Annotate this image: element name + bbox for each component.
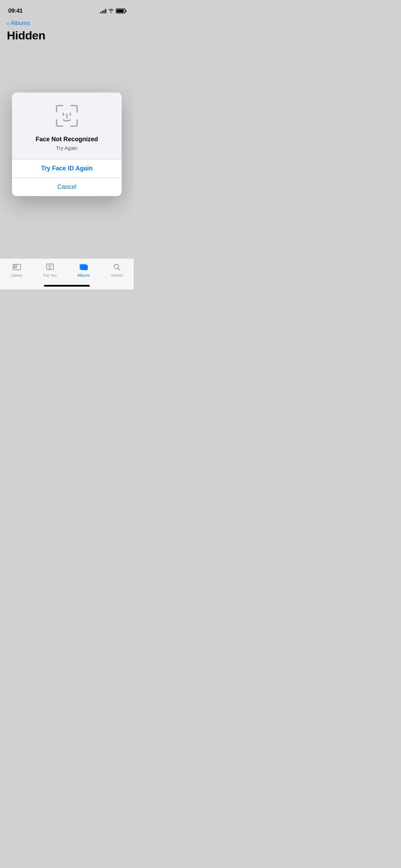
home-indicator — [44, 285, 90, 287]
status-time: 09:41 — [8, 8, 23, 14]
page-title: Hidden — [0, 27, 134, 42]
back-chevron-icon: ‹ — [7, 20, 9, 27]
tab-albums[interactable]: Albums — [67, 262, 100, 277]
tab-search[interactable]: Search — [100, 262, 134, 277]
tab-for-you[interactable]: For You — [34, 262, 67, 277]
tab-albums-label: Albums — [77, 273, 90, 277]
status-bar: 09:41 — [0, 0, 134, 17]
try-face-id-button[interactable]: Try Face ID Again — [12, 159, 122, 178]
nav-bar: ‹ Albums — [0, 17, 134, 27]
for-you-icon — [45, 262, 55, 272]
svg-point-2 — [14, 266, 15, 267]
face-id-dialog: Face Not Recognized Try Again Try Face I… — [12, 93, 122, 196]
wifi-icon — [108, 8, 114, 14]
face-id-icon — [53, 102, 81, 130]
library-icon — [12, 262, 22, 272]
svg-rect-9 — [81, 265, 88, 270]
dialog-body: Face Not Recognized Try Again — [12, 93, 122, 159]
dialog-subtitle: Try Again — [56, 145, 78, 151]
cancel-button[interactable]: Cancel — [12, 178, 122, 196]
svg-line-11 — [118, 268, 120, 270]
back-label: Albums — [11, 20, 30, 27]
app-wrapper: 09:41 ‹ Albums — [0, 0, 134, 289]
tab-library[interactable]: Library — [0, 262, 34, 277]
tab-library-label: Library — [11, 273, 23, 277]
back-button[interactable]: ‹ Albums — [7, 20, 127, 27]
search-icon — [112, 262, 122, 272]
status-icons — [100, 8, 125, 14]
battery-icon — [116, 9, 125, 13]
albums-icon — [79, 262, 88, 272]
tab-for-you-label: For You — [44, 273, 57, 277]
signal-bars-icon — [100, 9, 106, 13]
dialog-title: Face Not Recognized — [36, 136, 98, 143]
tab-search-label: Search — [111, 273, 123, 277]
